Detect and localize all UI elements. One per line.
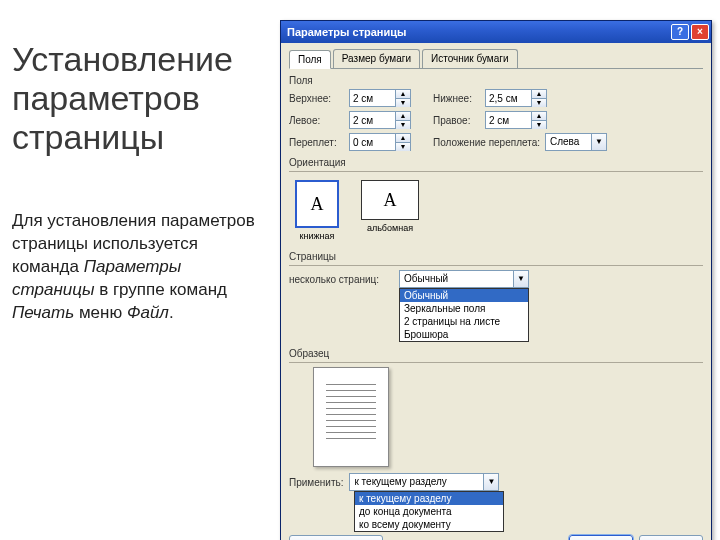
portrait-icon[interactable] (295, 180, 339, 228)
tab-paper-size[interactable]: Размер бумаги (333, 49, 420, 68)
body-italic3: Файл (127, 303, 169, 322)
gutter-pos-label: Положение переплета: (433, 137, 541, 148)
preview-group-label: Образец (289, 348, 703, 359)
spin-down-icon[interactable]: ▼ (532, 121, 546, 129)
right-margin-input[interactable]: ▲▼ (485, 111, 547, 129)
top-margin-input[interactable]: ▲▼ (349, 89, 411, 107)
multi-pages-label: несколько страниц: (289, 274, 395, 285)
gutter-pos-combo[interactable]: Слева▼ (545, 133, 607, 151)
spin-up-icon[interactable]: ▲ (396, 112, 410, 121)
spin-up-icon[interactable]: ▲ (396, 134, 410, 143)
gutter-pos-value: Слева (546, 134, 591, 150)
left-margin-label: Левое: (289, 115, 345, 126)
orientation-group-label: Ориентация (289, 157, 703, 168)
tab-paper-source[interactable]: Источник бумаги (422, 49, 518, 68)
spin-up-icon[interactable]: ▲ (532, 112, 546, 121)
bottom-margin-input[interactable]: ▲▼ (485, 89, 547, 107)
bottom-margin-label: Нижнее: (433, 93, 481, 104)
page-setup-dialog: Параметры страницы ? × Поля Размер бумаг… (280, 20, 712, 540)
landscape-option[interactable]: альбомная (361, 180, 419, 241)
body-mid2: меню (74, 303, 127, 322)
tab-fields[interactable]: Поля (289, 50, 331, 69)
landscape-label: альбомная (367, 223, 413, 233)
body-italic2: Печать (12, 303, 74, 322)
tabs: Поля Размер бумаги Источник бумаги (289, 49, 703, 69)
right-margin-label: Правое: (433, 115, 481, 126)
multi-pages-combo[interactable]: Обычный▼ (399, 270, 529, 288)
dropdown-option[interactable]: Обычный (400, 289, 528, 302)
slide-body: Для установления параметров страницы исп… (12, 210, 262, 325)
help-button[interactable]: ? (671, 24, 689, 40)
landscape-icon[interactable] (361, 180, 419, 220)
default-button[interactable]: По умолчанию... (289, 535, 383, 540)
spin-down-icon[interactable]: ▼ (532, 99, 546, 107)
portrait-option[interactable]: книжная (295, 180, 339, 241)
slide-title: Установление параметров страницы (12, 40, 233, 157)
preview-pane (313, 367, 389, 467)
close-button[interactable]: × (691, 24, 709, 40)
body-mid1: в группе команд (94, 280, 227, 299)
ok-button[interactable]: ОК (569, 535, 633, 540)
chevron-down-icon[interactable]: ▼ (483, 474, 498, 490)
dropdown-option[interactable]: 2 страницы на листе (400, 315, 528, 328)
portrait-label: книжная (300, 231, 335, 241)
cancel-button[interactable]: Отмена (639, 535, 703, 540)
apply-to-value: к текущему разделу (350, 474, 483, 490)
dropdown-option[interactable]: к текущему разделу (355, 492, 503, 505)
dropdown-option[interactable]: ко всему документу (355, 518, 503, 531)
dialog-title: Параметры страницы (287, 26, 406, 38)
spin-up-icon[interactable]: ▲ (532, 90, 546, 99)
body-suffix: . (169, 303, 174, 322)
fields-group-label: Поля (289, 75, 703, 86)
gutter-label: Переплет: (289, 137, 345, 148)
gutter-input[interactable]: ▲▼ (349, 133, 411, 151)
spin-down-icon[interactable]: ▼ (396, 121, 410, 129)
titlebar[interactable]: Параметры страницы ? × (281, 21, 711, 43)
spin-down-icon[interactable]: ▼ (396, 99, 410, 107)
dropdown-option[interactable]: Зеркальные поля (400, 302, 528, 315)
left-margin-input[interactable]: ▲▼ (349, 111, 411, 129)
apply-to-label: Применить: (289, 477, 343, 488)
dropdown-option[interactable]: Брошюра (400, 328, 528, 341)
pages-group-label: Страницы (289, 251, 703, 262)
spin-up-icon[interactable]: ▲ (396, 90, 410, 99)
dropdown-option[interactable]: до конца документа (355, 505, 503, 518)
chevron-down-icon[interactable]: ▼ (513, 271, 528, 287)
multi-pages-dropdown[interactable]: Обычный Зеркальные поля 2 страницы на ли… (399, 288, 529, 342)
apply-to-combo[interactable]: к текущему разделу▼ (349, 473, 499, 491)
spin-down-icon[interactable]: ▼ (396, 143, 410, 151)
multi-pages-value: Обычный (400, 271, 513, 287)
top-margin-label: Верхнее: (289, 93, 345, 104)
chevron-down-icon[interactable]: ▼ (591, 134, 606, 150)
apply-to-dropdown[interactable]: к текущему разделу до конца документа ко… (354, 491, 504, 532)
